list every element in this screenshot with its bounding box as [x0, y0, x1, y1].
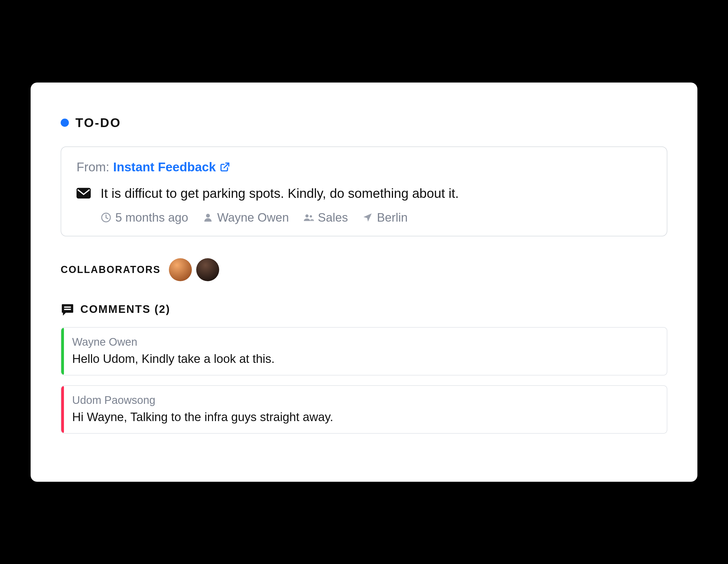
comment-item[interactable]: Udom Paowsong Hi Wayne, Talking to the i… [61, 385, 667, 434]
source-link[interactable]: Instant Feedback [113, 160, 230, 174]
meta-location-text: Berlin [377, 211, 408, 224]
section-header: TO-DO [61, 115, 667, 130]
svg-point-2 [206, 214, 210, 218]
avatar[interactable] [196, 258, 219, 281]
collaborators-label: COLLABORATORS [61, 264, 161, 275]
from-label: From: [77, 160, 109, 174]
status-dot-icon [61, 119, 69, 127]
svg-rect-6 [64, 309, 71, 310]
comments-title: COMMENTS (2) [80, 303, 170, 315]
meta-team-text: Sales [318, 211, 348, 224]
svg-point-3 [306, 214, 309, 217]
meta-team: Sales [303, 211, 348, 224]
comment-author: Udom Paowsong [72, 394, 656, 406]
location-arrow-icon [362, 212, 373, 223]
feedback-message-row: It is difficut to get parking spots. Kin… [77, 186, 651, 201]
clock-icon [101, 212, 111, 223]
external-link-icon [220, 162, 230, 172]
comments-icon [61, 302, 74, 316]
meta-location: Berlin [362, 211, 408, 224]
feedback-item[interactable]: From: Instant Feedback It is difficut to… [61, 146, 667, 236]
section-title: TO-DO [75, 115, 121, 130]
comment-body: Hello Udom, Kindly take a look at this. [72, 352, 656, 366]
meta-time: 5 months ago [101, 211, 188, 224]
svg-rect-0 [77, 188, 91, 199]
comment-author: Wayne Owen [72, 336, 656, 348]
collaborator-avatars [169, 258, 219, 281]
avatar[interactable] [169, 258, 192, 281]
feedback-meta: 5 months ago Wayne Owen Sales [77, 211, 651, 224]
feedback-message: It is difficut to get parking spots. Kin… [101, 186, 459, 201]
people-icon [303, 212, 314, 223]
person-icon [202, 212, 213, 223]
meta-person: Wayne Owen [202, 211, 289, 224]
mail-icon [77, 187, 91, 199]
from-line: From: Instant Feedback [77, 160, 651, 174]
comment-body: Hi Wayne, Talking to the infra guys stra… [72, 410, 656, 424]
comment-item[interactable]: Wayne Owen Hello Udom, Kindly take a loo… [61, 327, 667, 375]
meta-person-text: Wayne Owen [217, 211, 289, 224]
comments-header: COMMENTS (2) [61, 302, 667, 316]
svg-point-4 [310, 215, 312, 218]
collaborators-row: COLLABORATORS [61, 258, 667, 281]
source-name: Instant Feedback [113, 160, 216, 174]
todo-card: TO-DO From: Instant Feedback It is diffi… [31, 83, 697, 482]
meta-time-text: 5 months ago [115, 211, 188, 224]
svg-rect-5 [64, 306, 71, 308]
